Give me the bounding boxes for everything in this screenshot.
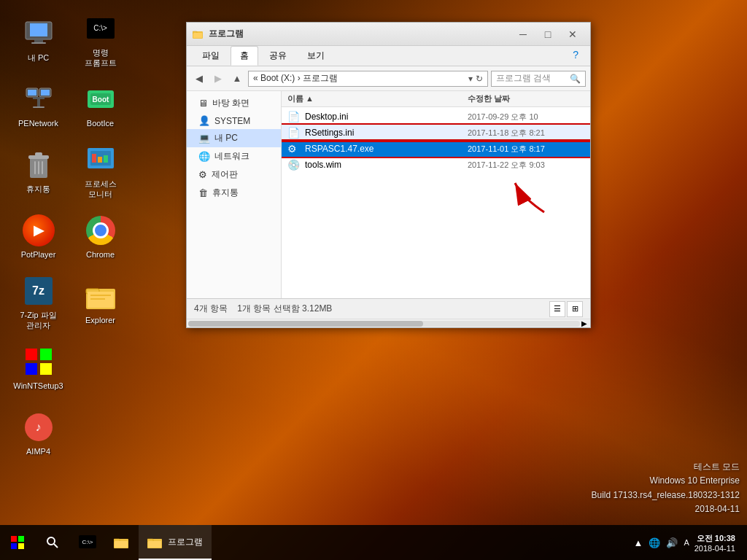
taskbar-item-explorer-pin[interactable]: [105, 525, 139, 560]
nav-item-network-label: 네트워크: [214, 150, 249, 163]
svg-rect-9: [37, 99, 40, 106]
nav-item-recycle-label: 휴지통: [212, 187, 239, 199]
horizontal-scrollbar[interactable]: ▶: [187, 319, 590, 327]
svg-rect-36: [193, 33, 202, 38]
refresh-path-button[interactable]: ↻: [476, 74, 483, 84]
close-button[interactable]: ✕: [561, 24, 584, 44]
help-button[interactable]: ?: [567, 46, 584, 66]
up-button[interactable]: ▲: [229, 71, 245, 87]
tray-clock[interactable]: 오전 10:38 2018-04-11: [694, 533, 741, 553]
desktop-icon-potplayer[interactable]: ▶ PotPlayer: [7, 204, 69, 270]
scroll-right-button[interactable]: ▶: [580, 319, 589, 328]
ribbon-tab-share[interactable]: 공유: [260, 46, 296, 66]
forward-button[interactable]: ▶: [210, 71, 226, 87]
desktop-icon-chrome-label: Chrome: [86, 249, 115, 260]
desktop-icon-mypc[interactable]: 내 PC: [7, 7, 69, 73]
svg-rect-38: [11, 536, 17, 542]
tray-up-arrow[interactable]: ▲: [632, 537, 646, 548]
back-button[interactable]: ◀: [191, 71, 207, 87]
col-header-date[interactable]: 수정한 날짜: [468, 93, 584, 104]
taskbar-item-program-label: 프로그램: [168, 536, 203, 548]
svg-point-42: [47, 537, 55, 545]
file-icon-desktopini: 📄: [287, 111, 301, 122]
explorer-body: 🖥 바탕 화면 👤 SYSTEM 💻 내 PC 🌐 네트워크 ⚙ 제: [187, 91, 590, 298]
ribbon-tab-view[interactable]: 보기: [298, 46, 334, 66]
nav-item-mypc[interactable]: 💻 내 PC: [187, 129, 281, 147]
desktop-icon-winnt-label: WinNTSetup3: [13, 381, 63, 391]
ribbon-tab-home[interactable]: 홈: [231, 46, 258, 66]
tray-date-text: 2018-04-11: [694, 544, 735, 553]
red-arrow-annotation: [500, 168, 559, 222]
svg-rect-49: [148, 541, 161, 548]
tray-battery-icon[interactable]: A: [681, 538, 691, 547]
watermark-line3: Build 17133.rs4_release.180323-1312: [592, 489, 740, 502]
desktop-icon-aimp[interactable]: ♪ AIMP4: [7, 401, 69, 467]
tray-volume-icon[interactable]: 🔊: [664, 537, 680, 548]
svg-rect-10: [33, 106, 44, 108]
search-bar[interactable]: 프로그램 검색 🔍: [491, 71, 586, 87]
title-bar: 프로그램 ─ □ ✕: [187, 23, 590, 46]
taskbar-search-button[interactable]: [35, 525, 70, 560]
svg-rect-27: [98, 157, 102, 163]
view-tiles-button[interactable]: ⊞: [567, 301, 583, 317]
nav-item-network[interactable]: 🌐 네트워크: [187, 147, 281, 166]
svg-rect-16: [42, 161, 43, 174]
col-header-name[interactable]: 이름 ▲: [287, 93, 468, 104]
address-path[interactable]: « Boot (X:) › 프로그램 ▾ ↻: [248, 71, 488, 87]
desktop-icon-cmd[interactable]: C:\> 명령프롬프트: [69, 7, 131, 73]
watermark-line1: 테스트 모드: [592, 460, 740, 474]
search-icon: 🔍: [570, 74, 581, 84]
nav-item-controlpanel[interactable]: ⚙ 제어판: [187, 166, 281, 184]
svg-line-43: [54, 544, 58, 548]
desktop-icon-bootice-label: BootIce: [87, 118, 114, 128]
desktop-icon-7zip[interactable]: 7z 7-Zip 파일관리자: [7, 270, 69, 335]
start-button[interactable]: [0, 525, 35, 560]
tray-network-icon[interactable]: 🌐: [646, 537, 662, 548]
file-item-tools[interactable]: 💿 tools.wim 2017-11-22 오후 9:03: [282, 157, 590, 173]
view-details-button[interactable]: ☰: [549, 301, 565, 317]
desktop-icon-winnt[interactable]: WinNTSetup3: [7, 335, 69, 401]
file-item-rspasc[interactable]: ⚙ RSPASC1.47.exe 2017-11-01 오후 8:17: [282, 141, 590, 157]
desktop-icon-bootice[interactable]: Boot BootIce: [69, 73, 131, 139]
desktop-icon-explorer-label: Explorer: [85, 315, 115, 325]
desktop-icon-explorer[interactable]: Explorer: [69, 270, 131, 335]
watermark-line2: Windows 10 Enterprise: [592, 474, 740, 488]
desktop-icon-procmon[interactable]: 프로세스모니터: [69, 139, 131, 204]
ribbon-tabs: 파일 홈 공유 보기 ?: [187, 46, 590, 66]
svg-rect-19: [26, 363, 37, 375]
desktop-icon-trash[interactable]: 휴지통: [7, 139, 69, 204]
ribbon: 파일 홈 공유 보기 ?: [187, 46, 590, 66]
svg-rect-14: [34, 161, 36, 174]
file-name-rsettings: RSettings.ini: [305, 128, 463, 138]
nav-item-recycle[interactable]: 🗑 휴지통: [187, 184, 281, 202]
maximize-button[interactable]: □: [536, 24, 560, 44]
desktop-icon-chrome[interactable]: Chrome: [69, 204, 131, 270]
file-item-desktopini[interactable]: 📄 Desktop.ini 2017-09-29 오후 10: [282, 109, 590, 125]
minimize-button[interactable]: ─: [511, 24, 535, 44]
svg-rect-32: [90, 295, 111, 296]
desktop-icon-procmon-label: 프로세스모니터: [85, 179, 117, 200]
nav-item-desktop[interactable]: 🖥 바탕 화면: [187, 94, 281, 112]
desktop-icon-penet[interactable]: PENetwork: [7, 73, 69, 139]
taskbar-item-program[interactable]: 프로그램: [139, 525, 212, 560]
svg-rect-26: [92, 154, 96, 163]
nav-item-system[interactable]: 👤 SYSTEM: [187, 112, 281, 129]
dropdown-arrow[interactable]: ▾: [468, 74, 473, 84]
desktop-icon-mypc-label: 내 PC: [28, 52, 49, 63]
left-pane: 🖥 바탕 화면 👤 SYSTEM 💻 내 PC 🌐 네트워크 ⚙ 제: [187, 91, 282, 298]
svg-rect-1: [30, 23, 47, 36]
file-list: 📄 Desktop.ini 2017-09-29 오후 10 📄 RSettin…: [282, 107, 590, 174]
svg-text:Boot: Boot: [92, 96, 109, 104]
explorer-window: 프로그램 ─ □ ✕ 파일 홈 공유 보기 ? ◀ ▶ ▲ « Bo: [186, 22, 591, 328]
svg-rect-33: [90, 298, 105, 300]
nav-item-desktop-label: 바탕 화면: [212, 97, 249, 109]
file-icon-rspasc: ⚙: [287, 143, 301, 155]
file-name-rspasc: RSPASC1.47.exe: [305, 144, 463, 154]
ribbon-tab-file[interactable]: 파일: [193, 46, 229, 66]
taskbar-item-cmd[interactable]: C:\>: [70, 525, 105, 560]
svg-rect-18: [40, 349, 52, 360]
svg-rect-40: [11, 543, 17, 549]
file-item-rsettings[interactable]: 📄 RSettings.ini 2017-11-18 오후 8:21: [282, 125, 590, 141]
nav-item-controlpanel-label: 제어판: [212, 168, 238, 181]
desktop-icon-7zip-label: 7-Zip 파일관리자: [20, 310, 56, 331]
